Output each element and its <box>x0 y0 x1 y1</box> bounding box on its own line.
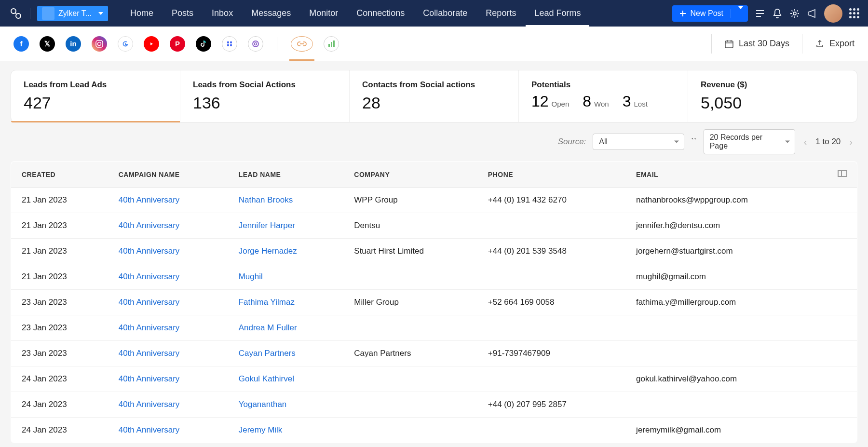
threads-icon[interactable] <box>248 36 263 52</box>
brand-selector[interactable]: Zylker T... <box>37 6 108 21</box>
analytics-channel-icon[interactable] <box>324 36 339 52</box>
page-size-select[interactable]: 20 Records per Page <box>704 129 795 154</box>
nav-tab-lead-forms[interactable]: Lead Forms <box>526 0 589 27</box>
cell-created: 24 Jan 2023 <box>11 418 112 443</box>
app-logo[interactable] <box>9 6 23 21</box>
table-row[interactable]: 23 Jan 202340th AnniversaryFathima Yilma… <box>11 290 857 315</box>
date-range-button[interactable]: Last 30 Days <box>724 39 789 49</box>
metric-card[interactable]: Leads from Lead Ads427 <box>11 70 180 122</box>
nav-tab-collaborate[interactable]: Collaborate <box>414 0 476 27</box>
facebook-icon[interactable]: f <box>14 36 29 52</box>
table-row[interactable]: 23 Jan 202340th AnniversaryCayan Partner… <box>11 341 857 366</box>
metric-card[interactable]: Revenue ($)5,050 <box>688 70 857 122</box>
column-header[interactable]: LEAD NAME <box>232 162 348 188</box>
channel-icons: f 𝕏 in P <box>14 36 711 52</box>
cell-lead[interactable]: Gokul Kathirvel <box>232 366 348 392</box>
svg-rect-7 <box>227 44 229 46</box>
table-row[interactable]: 24 Jan 202340th AnniversaryJeremy Milkje… <box>11 418 857 443</box>
cell-campaign[interactable]: 40th Anniversary <box>112 341 232 366</box>
cell-company <box>347 264 481 290</box>
calendar-icon <box>724 39 734 49</box>
metric-card[interactable]: Contacts from Social actions28 <box>350 70 519 122</box>
new-post-button[interactable]: New Post <box>672 5 748 22</box>
cell-lead[interactable]: Fathima Yilmaz <box>232 290 348 315</box>
linkedin-icon[interactable]: in <box>66 36 81 52</box>
cell-campaign[interactable]: 40th Anniversary <box>112 239 232 264</box>
mastodon-icon[interactable] <box>222 36 237 52</box>
column-header[interactable]: EMAIL <box>629 162 831 188</box>
cell-phone: +52 664 169 0058 <box>481 290 629 315</box>
cell-campaign[interactable]: 40th Anniversary <box>112 264 232 290</box>
youtube-icon[interactable] <box>144 36 159 52</box>
cell-campaign[interactable]: 40th Anniversary <box>112 418 232 443</box>
new-post-dropdown[interactable] <box>730 9 748 18</box>
instagram-icon[interactable] <box>92 36 107 52</box>
cell-email: jennifer.h@dentsu.com <box>629 213 831 239</box>
bell-icon[interactable] <box>772 8 783 19</box>
nav-tab-posts[interactable]: Posts <box>163 0 202 27</box>
cell-campaign[interactable]: 40th Anniversary <box>112 315 232 341</box>
page-next-button[interactable]: › <box>847 136 854 148</box>
cell-campaign[interactable]: 40th Anniversary <box>112 213 232 239</box>
metric-card[interactable]: Potentials12Open8Won3Lost <box>519 70 688 122</box>
page-prev-button[interactable]: ‹ <box>802 136 809 148</box>
source-select[interactable]: All <box>593 134 684 150</box>
cell-lead[interactable]: Jennifer Harper <box>232 213 348 239</box>
table-row[interactable]: 24 Jan 202340th AnniversaryGokul Kathirv… <box>11 366 857 392</box>
pinterest-icon[interactable]: P <box>170 36 185 52</box>
cell-lead[interactable]: Jeremy Milk <box>232 418 348 443</box>
column-header[interactable]: PHONE <box>481 162 629 188</box>
column-settings-button[interactable] <box>831 162 857 188</box>
table-row[interactable]: 21 Jan 202340th AnniversaryJorge Hernade… <box>11 239 857 264</box>
cell-company: Miller Group <box>347 290 481 315</box>
list-icon[interactable] <box>755 8 765 19</box>
google-icon[interactable] <box>118 36 133 52</box>
cell-campaign[interactable]: 40th Anniversary <box>112 366 232 392</box>
metric-card[interactable]: Leads from Social Actions136 <box>180 70 350 122</box>
table-row[interactable]: 24 Jan 202340th AnniversaryYogananthan+4… <box>11 392 857 418</box>
cell-created: 23 Jan 2023 <box>11 315 112 341</box>
export-button[interactable]: Export <box>815 39 854 49</box>
column-header[interactable]: CAMPAIGN NAME <box>112 162 232 188</box>
nav-tab-connections[interactable]: Connections <box>348 0 413 27</box>
new-post-main[interactable]: New Post <box>672 9 730 18</box>
cell-email <box>629 341 831 366</box>
cell-created: 21 Jan 2023 <box>11 239 112 264</box>
cell-created: 21 Jan 2023 <box>11 213 112 239</box>
cell-lead[interactable]: Andrea M Fuller <box>232 315 348 341</box>
cell-campaign[interactable]: 40th Anniversary <box>112 188 232 213</box>
apps-grid-icon[interactable] <box>849 8 859 18</box>
cell-email: gokul.kathirvel@yahoo.com <box>629 366 831 392</box>
link-channel-icon[interactable] <box>291 36 313 52</box>
tiktok-icon[interactable] <box>196 36 211 52</box>
cell-lead[interactable]: Yogananthan <box>232 392 348 418</box>
metric-title: Potentials <box>531 80 675 90</box>
table-row[interactable]: 23 Jan 202340th AnniversaryAndrea M Full… <box>11 315 857 341</box>
column-header[interactable]: CREATED <box>11 162 112 188</box>
svg-point-0 <box>11 9 16 14</box>
cell-lead[interactable]: Nathan Brooks <box>232 188 348 213</box>
svg-rect-12 <box>331 42 332 47</box>
cell-campaign[interactable]: 40th Anniversary <box>112 290 232 315</box>
nav-tab-monitor[interactable]: Monitor <box>300 0 347 27</box>
x-twitter-icon[interactable]: 𝕏 <box>40 36 55 52</box>
cell-lead[interactable]: Jorge Hernadez <box>232 239 348 264</box>
nav-tab-inbox[interactable]: Inbox <box>203 0 242 27</box>
cell-campaign[interactable]: 40th Anniversary <box>112 392 232 418</box>
gear-icon[interactable] <box>789 8 800 19</box>
user-avatar[interactable] <box>824 4 842 23</box>
nav-tab-messages[interactable]: Messages <box>243 0 299 27</box>
table-row[interactable]: 21 Jan 202340th AnniversaryJennifer Harp… <box>11 213 857 239</box>
nav-tab-reports[interactable]: Reports <box>477 0 525 27</box>
cell-company <box>347 315 481 341</box>
table-row[interactable]: 21 Jan 202340th AnniversaryMughilmughil@… <box>11 264 857 290</box>
cell-email: fathima.y@millergroup.com <box>629 290 831 315</box>
nav-tab-home[interactable]: Home <box>122 0 162 27</box>
cell-email: jorgehern@stuartgirst.com <box>629 239 831 264</box>
column-header[interactable]: COMPANY <box>347 162 481 188</box>
megaphone-icon[interactable] <box>807 8 817 19</box>
table-row[interactable]: 21 Jan 202340th AnniversaryNathan Brooks… <box>11 188 857 213</box>
svg-rect-13 <box>333 41 335 47</box>
cell-lead[interactable]: Mughil <box>232 264 348 290</box>
cell-lead[interactable]: Cayan Partners <box>232 341 348 366</box>
